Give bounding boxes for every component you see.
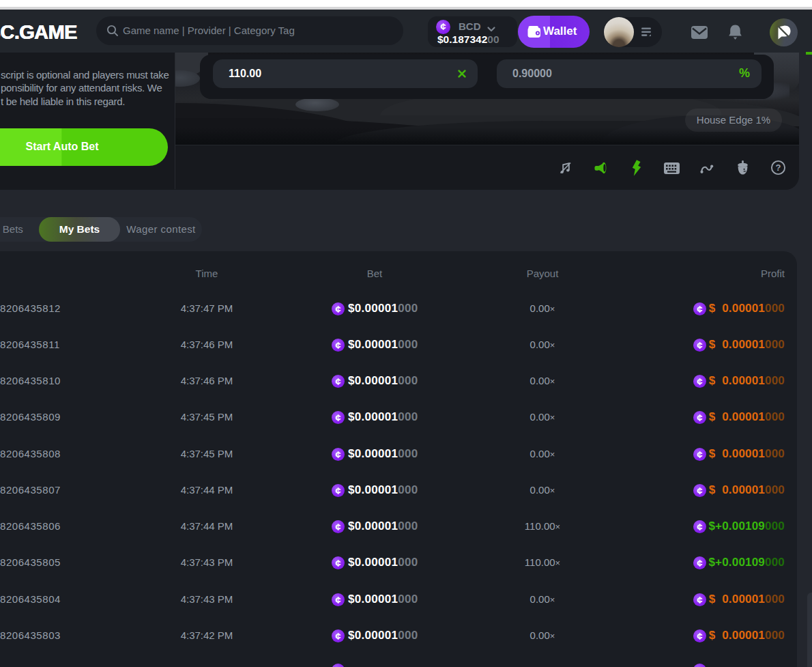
svg-text:?: ? — [776, 162, 781, 173]
